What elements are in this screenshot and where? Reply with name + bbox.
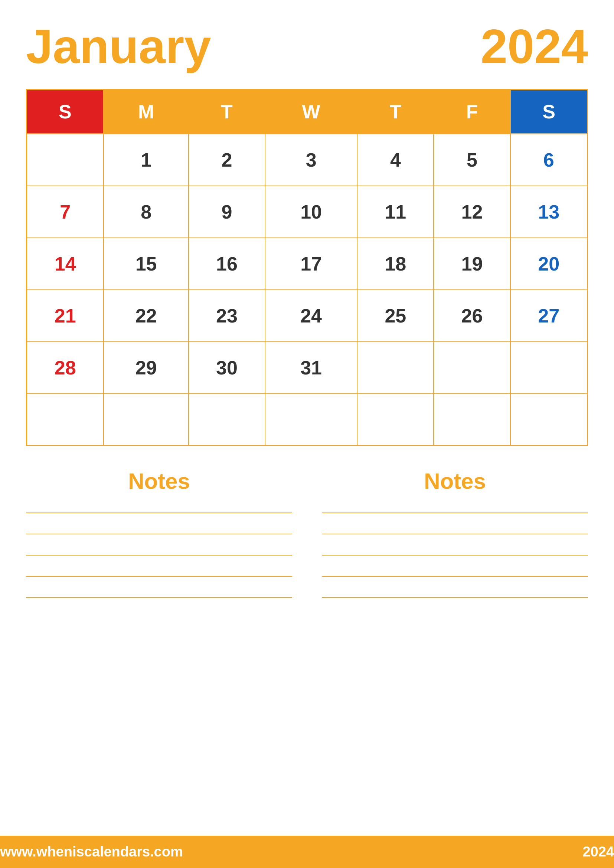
- day-cell: [27, 134, 104, 186]
- day-cell: 3: [265, 134, 357, 186]
- day-cell: 25: [357, 290, 434, 342]
- calendar-row-6: [27, 394, 588, 446]
- year-title: 2024: [481, 22, 588, 71]
- day-cell: [104, 394, 188, 446]
- day-cell: 13: [510, 186, 588, 238]
- day-cell: 20: [510, 238, 588, 290]
- calendar-header-row: S M T W T F S: [27, 90, 588, 134]
- day-cell: 12: [434, 186, 510, 238]
- day-cell: 7: [27, 186, 104, 238]
- calendar-row-3: 14 15 16 17 18 19 20: [27, 238, 588, 290]
- month-title: January: [26, 22, 211, 71]
- day-cell: 24: [265, 290, 357, 342]
- day-cell: 29: [104, 342, 188, 394]
- calendar-row-1: 1 2 3 4 5 6: [27, 134, 588, 186]
- day-cell: [357, 342, 434, 394]
- day-cell: [357, 394, 434, 446]
- day-cell: 4: [357, 134, 434, 186]
- day-cell: 19: [434, 238, 510, 290]
- day-cell: [189, 394, 265, 446]
- notes-line-8: [322, 555, 588, 555]
- day-cell: 11: [357, 186, 434, 238]
- day-cell: 30: [189, 342, 265, 394]
- notes-right-lines: [322, 513, 588, 598]
- notes-line-9: [322, 576, 588, 577]
- notes-left-title: Notes: [26, 468, 292, 494]
- footer-year: 2024: [583, 844, 614, 860]
- footer: www.wheniscalendars.com 2024: [0, 836, 614, 868]
- notes-line-5: [26, 597, 292, 598]
- notes-line-6: [322, 513, 588, 513]
- day-cell: 21: [27, 290, 104, 342]
- header-friday: F: [434, 90, 510, 134]
- calendar-row-2: 7 8 9 10 11 12 13: [27, 186, 588, 238]
- day-cell: [510, 394, 588, 446]
- day-cell: 18: [357, 238, 434, 290]
- day-cell: 31: [265, 342, 357, 394]
- day-cell: 8: [104, 186, 188, 238]
- notes-line-10: [322, 597, 588, 598]
- day-cell: 9: [189, 186, 265, 238]
- calendar-table: S M T W T F S 1 2 3 4 5 6: [26, 89, 588, 446]
- day-cell: 5: [434, 134, 510, 186]
- notes-section: Notes Notes: [26, 468, 588, 846]
- day-cell: 23: [189, 290, 265, 342]
- day-cell: [510, 342, 588, 394]
- notes-line-2: [26, 534, 292, 535]
- notes-right: Notes: [322, 468, 588, 846]
- day-cell: 22: [104, 290, 188, 342]
- day-cell: [434, 394, 510, 446]
- calendar-row-4: 21 22 23 24 25 26 27: [27, 290, 588, 342]
- notes-line-7: [322, 534, 588, 535]
- day-cell: 27: [510, 290, 588, 342]
- day-cell: 1: [104, 134, 188, 186]
- day-cell: 10: [265, 186, 357, 238]
- day-cell: 16: [189, 238, 265, 290]
- notes-left: Notes: [26, 468, 292, 846]
- day-cell: 15: [104, 238, 188, 290]
- day-cell: [27, 394, 104, 446]
- day-cell: 2: [189, 134, 265, 186]
- notes-left-lines: [26, 513, 292, 598]
- day-cell: 17: [265, 238, 357, 290]
- day-cell: 14: [27, 238, 104, 290]
- notes-right-title: Notes: [322, 468, 588, 494]
- header-tuesday: T: [189, 90, 265, 134]
- day-cell: 28: [27, 342, 104, 394]
- day-cell: 6: [510, 134, 588, 186]
- day-cell: 26: [434, 290, 510, 342]
- header: January 2024: [26, 22, 588, 71]
- header-thursday: T: [357, 90, 434, 134]
- notes-line-4: [26, 576, 292, 577]
- footer-url: www.wheniscalendars.com: [0, 844, 183, 860]
- notes-line-3: [26, 555, 292, 555]
- header-monday: M: [104, 90, 188, 134]
- header-sunday: S: [27, 90, 104, 134]
- notes-line-1: [26, 513, 292, 513]
- header-wednesday: W: [265, 90, 357, 134]
- header-saturday: S: [510, 90, 588, 134]
- day-cell: [434, 342, 510, 394]
- calendar-row-5: 28 29 30 31: [27, 342, 588, 394]
- calendar-page: January 2024 S M T W T F S 1: [0, 0, 614, 868]
- day-cell: [265, 394, 357, 446]
- calendar-wrapper: S M T W T F S 1 2 3 4 5 6: [26, 89, 588, 446]
